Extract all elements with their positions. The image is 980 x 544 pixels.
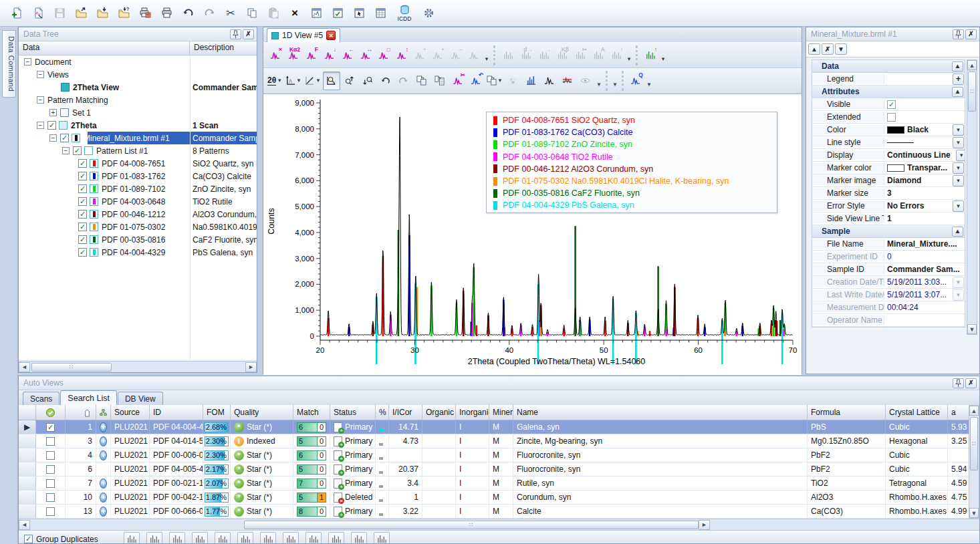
- print-button[interactable]: [156, 3, 176, 24]
- column-check-icon[interactable]: [36, 405, 66, 420]
- import-wizard-button[interactable]: ?: [114, 3, 134, 24]
- tree-checkbox[interactable]: ✓: [78, 210, 87, 219]
- property-value[interactable]: 5/19/2011 3:07...▼: [884, 289, 965, 301]
- property-row[interactable]: Marker imageDiamond▼: [812, 174, 965, 187]
- collapse-icon[interactable]: −: [37, 122, 44, 129]
- tree-item-label[interactable]: 2Theta View: [73, 83, 119, 92]
- cut-curve-button[interactable]: ✂: [449, 72, 467, 90]
- zoom-tool-button[interactable]: [323, 72, 340, 90]
- column-status[interactable]: Status: [330, 405, 376, 420]
- settings-button[interactable]: [418, 3, 439, 24]
- section-header[interactable]: Attributes▲: [812, 86, 965, 98]
- property-row[interactable]: Measurement Du00:04:24: [812, 301, 965, 314]
- dropdown-icon[interactable]: ▼: [956, 150, 965, 161]
- property-row[interactable]: Visible✓: [812, 98, 965, 111]
- column-data[interactable]: Data: [19, 41, 190, 55]
- column-organic[interactable]: Organic: [422, 405, 456, 420]
- dropdown-icon[interactable]: ▼: [953, 200, 964, 212]
- property-row[interactable]: Operator Name: [812, 314, 965, 327]
- footer-tool-button[interactable]: [260, 532, 276, 544]
- visibility-button[interactable]: [577, 72, 594, 90]
- column-fom[interactable]: FOM: [203, 405, 231, 420]
- scroll-up-icon[interactable]: ▲: [969, 406, 979, 416]
- toggle-cursor-window-button[interactable]: [349, 3, 369, 24]
- checkbox-icon[interactable]: ✓: [24, 535, 33, 543]
- peak-list-button[interactable]: [541, 72, 558, 90]
- property-value[interactable]: 3: [884, 188, 965, 198]
- tree-row[interactable]: −✓2Theta1 Scan: [19, 119, 257, 132]
- row-checkbox-cell[interactable]: [36, 477, 66, 490]
- tree-checkbox[interactable]: ✓: [47, 121, 56, 130]
- close-icon[interactable]: ✗: [965, 378, 977, 388]
- export-button[interactable]: [71, 3, 91, 24]
- view-undo-button[interactable]: [377, 72, 394, 90]
- tree-checkbox[interactable]: ✓: [78, 184, 87, 193]
- tab-db-view[interactable]: DB View: [118, 392, 163, 405]
- tree-row[interactable]: −✓Pattern List #18 Patterns: [19, 144, 257, 157]
- flatten-button[interactable]: ↓: [320, 46, 338, 65]
- add-pattern-cell[interactable]: +: [96, 505, 111, 518]
- select-range-button[interactable]: ↑: [641, 46, 658, 65]
- row-checkbox-cell[interactable]: [36, 448, 66, 462]
- cut-button[interactable]: ✂: [221, 3, 241, 24]
- property-row[interactable]: Extended: [812, 111, 965, 124]
- property-value[interactable]: Black▼: [884, 124, 965, 136]
- column--[interactable]: %: [376, 405, 389, 420]
- property-value[interactable]: 5/19/2011 3:03...▼: [884, 277, 965, 288]
- row-checkbox-cell[interactable]: [36, 462, 66, 476]
- row1-more-dropdown[interactable]: ▼: [483, 46, 490, 65]
- scroll-up-icon[interactable]: ▲: [967, 60, 977, 70]
- property-row[interactable]: DisplayContinuous Line▼: [812, 149, 965, 162]
- toggle-check-window-button[interactable]: [328, 3, 348, 24]
- add-pattern-icon[interactable]: +: [100, 436, 107, 446]
- property-value[interactable]: ✓: [884, 100, 965, 109]
- add-pattern-icon[interactable]: +: [100, 422, 107, 432]
- table-hscrollbar[interactable]: ◄ ∷ ►: [19, 519, 979, 530]
- data-tree-hscrollbar[interactable]: ◄ ∷ ►: [19, 361, 257, 372]
- tree-item-label[interactable]: Set 1: [72, 108, 91, 118]
- close-icon[interactable]: ✗: [243, 29, 254, 39]
- view-redo-button[interactable]: [395, 72, 412, 90]
- scroll-left-icon[interactable]: ◄: [19, 362, 30, 372]
- add-pattern-icon[interactable]: +: [100, 493, 107, 503]
- zoom-curve-button[interactable]: Q: [627, 72, 644, 90]
- tree-item-label[interactable]: PDF 04-004-4329: [102, 248, 165, 257]
- add-pattern-cell[interactable]: [96, 462, 111, 476]
- dropdown-icon[interactable]: ▼: [953, 277, 964, 288]
- footer-tool-button[interactable]: [215, 532, 231, 544]
- tree-item-label[interactable]: 2Theta: [71, 121, 97, 130]
- property-value[interactable]: Commander Sam...: [884, 265, 965, 274]
- collapse-icon[interactable]: −: [24, 58, 31, 65]
- column-description[interactable]: Description: [190, 41, 238, 55]
- column-match[interactable]: Match: [293, 405, 330, 420]
- footer-tool-button[interactable]: [283, 532, 299, 544]
- collapse-icon[interactable]: −: [37, 96, 44, 104]
- tree-item-label[interactable]: Views: [47, 70, 69, 80]
- d-spacing-button[interactable]: d→: [517, 46, 534, 65]
- column-crystal-lattice[interactable]: Crystal Lattice: [886, 405, 948, 420]
- scroll-left-icon[interactable]: ◄: [19, 520, 30, 530]
- tree-row[interactable]: −✓Mineral_Mixture.brml #1Commander Sampl…: [19, 132, 257, 144]
- data-tree-column-header[interactable]: Data Description: [19, 41, 257, 55]
- append-view-button[interactable]: [431, 72, 449, 90]
- property-row[interactable]: Line style▼: [812, 136, 965, 149]
- slope-scale-dropdown[interactable]: ▼: [303, 72, 322, 90]
- tree-row[interactable]: ✓PDF 00-035-0816CaF2 Fluorite, syn: [19, 233, 257, 246]
- toggle-table-window-button[interactable]: [370, 3, 390, 24]
- tree-item-label[interactable]: PDF 01-089-7102: [102, 184, 165, 194]
- tree-row[interactable]: 2Theta ViewCommander Sam: [19, 81, 257, 94]
- property-value[interactable]: +: [884, 74, 965, 85]
- footer-tool-button[interactable]: [328, 532, 344, 544]
- tree-item-label[interactable]: PDF 04-003-0648: [102, 197, 165, 207]
- undo-button[interactable]: [178, 3, 198, 24]
- tolerance-line-button[interactable]: [559, 72, 576, 90]
- property-row[interactable]: ColorBlack▼: [812, 124, 965, 136]
- tree-row[interactable]: +Set 1: [19, 106, 257, 119]
- row2b-more-dropdown[interactable]: ▼: [611, 72, 618, 90]
- icdd-database-button[interactable]: ICDD: [392, 3, 417, 24]
- footer-tool-button[interactable]: [351, 532, 367, 544]
- property-row[interactable]: Legend+: [812, 73, 965, 86]
- pin-icon[interactable]: [230, 29, 241, 39]
- column-name[interactable]: Name: [513, 405, 808, 420]
- column-mineral[interactable]: Mineral: [489, 405, 513, 420]
